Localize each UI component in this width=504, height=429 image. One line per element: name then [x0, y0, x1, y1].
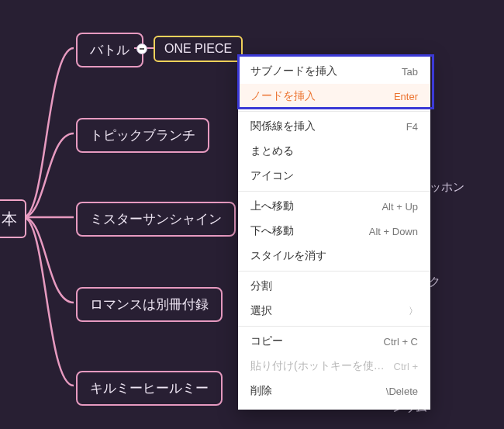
menu-label: まとめる: [250, 144, 294, 158]
menu-clear-style[interactable]: スタイルを消す: [238, 244, 430, 268]
menu-move-down[interactable]: 下へ移動 Alt + Down: [238, 219, 430, 244]
node-label: ロマンスは別冊付録: [90, 297, 209, 312]
menu-label: 選択: [250, 304, 272, 318]
menu-separator: [238, 191, 430, 192]
menu-label: 関係線を挿入: [250, 119, 316, 133]
node-label: キルミーヒールミー: [90, 381, 209, 396]
root-node[interactable]: 本: [0, 199, 26, 238]
menu-move-up[interactable]: 上へ移動 Alt + Up: [238, 194, 430, 219]
menu-label: ノードを挿入: [250, 89, 316, 103]
shortcut: Enter: [394, 91, 418, 102]
shortcut: Tab: [402, 66, 418, 78]
menu-label: アイコン: [250, 169, 294, 183]
menu-separator: [238, 326, 430, 327]
node-label: トピックブランチ: [90, 128, 195, 143]
menu-label: 上へ移動: [250, 199, 294, 213]
menu-paste: 貼り付け(ホットキーを使… Ctrl +: [238, 354, 430, 379]
hidden-leaf-2[interactable]: ク: [429, 275, 440, 289]
context-menu: サブノードを挿入 Tab ノードを挿入 Enter 関係線を挿入 F4 まとめる…: [238, 54, 430, 410]
node-mr-sunshine[interactable]: ミスターサンシャイン: [76, 202, 236, 237]
shortcut: \Delete: [386, 386, 418, 397]
leaf-label: ONE PIECE: [164, 42, 232, 55]
menu-delete[interactable]: 削除 \Delete: [238, 379, 430, 403]
shortcut: F4: [406, 121, 418, 133]
menu-copy[interactable]: コピー Ctrl + C: [238, 329, 430, 354]
menu-label: 削除: [250, 384, 272, 398]
menu-insert-subnode[interactable]: サブノードを挿入 Tab: [238, 59, 430, 84]
node-romance[interactable]: ロマンスは別冊付録: [76, 287, 223, 322]
menu-select[interactable]: 選択 〉: [238, 299, 430, 323]
menu-label: 貼り付け(ホットキーを使…: [250, 359, 385, 373]
menu-insert-node[interactable]: ノードを挿入 Enter: [238, 84, 430, 109]
collapse-toggle[interactable]: [136, 43, 147, 54]
root-label: 本: [2, 209, 17, 230]
hidden-leaf-1[interactable]: ッホン: [430, 180, 464, 195]
menu-split[interactable]: 分割: [238, 274, 430, 299]
menu-label: サブノードを挿入: [250, 64, 337, 78]
node-label: ミスターサンシャイン: [90, 212, 222, 227]
menu-icon[interactable]: アイコン: [238, 164, 430, 189]
node-kill-me-heal-me[interactable]: キルミーヒールミー: [76, 371, 223, 406]
shortcut: Ctrl +: [394, 361, 418, 372]
menu-insert-relation[interactable]: 関係線を挿入 F4: [238, 114, 430, 139]
chevron-right-icon: 〉: [401, 305, 418, 318]
menu-separator: [238, 111, 430, 112]
selected-leaf-one-piece[interactable]: ONE PIECE: [154, 36, 243, 62]
menu-summarize[interactable]: まとめる: [238, 139, 430, 164]
menu-label: コピー: [250, 334, 283, 348]
menu-label: 分割: [250, 279, 272, 293]
menu-label: スタイルを消す: [250, 249, 326, 263]
node-label: バトル: [90, 43, 129, 57]
mindmap-canvas[interactable]: 本 バトル ONE PIECE トピックブランチ ミスターサンシャイン ロマンス…: [0, 0, 504, 429]
shortcut: Ctrl + C: [384, 336, 418, 348]
node-battle[interactable]: バトル: [76, 33, 143, 67]
node-topic-branch[interactable]: トピックブランチ: [76, 118, 209, 153]
menu-separator: [238, 271, 430, 272]
shortcut: Alt + Down: [369, 226, 418, 237]
shortcut: Alt + Up: [381, 201, 418, 213]
menu-label: 下へ移動: [250, 224, 294, 238]
